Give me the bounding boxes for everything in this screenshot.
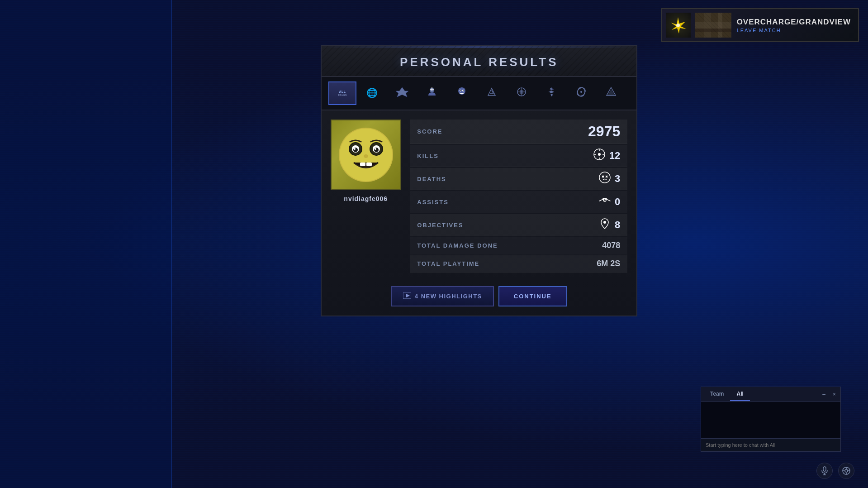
content-area: nvidiagfe006 SCORE 2975 KILLS (322, 110, 636, 282)
match-title: OVERCHARGE/GRANDVIEW (737, 18, 851, 27)
avatar-face-svg (337, 125, 395, 184)
stat-value-deaths: 3 (598, 172, 620, 186)
continue-label: CONTINUE (514, 293, 552, 300)
stat-label-deaths: DEATHS (417, 176, 446, 182)
match-widget[interactable]: OVERCHARGE/GRANDVIEW LEAVE MATCH (661, 8, 859, 42)
svg-point-41 (375, 148, 376, 150)
stat-label-kills: KILLS (417, 153, 439, 159)
tab-role-2[interactable]: 🌐 (358, 81, 386, 105)
deaths-value: 3 (615, 173, 620, 185)
deaths-icon (598, 172, 611, 186)
svg-rect-62 (823, 467, 826, 471)
left-decoration (0, 0, 172, 488)
stat-row-assists: ASSISTS 0 (410, 191, 627, 213)
panel-header: PERSONAL RESULTS (322, 46, 636, 77)
role-7-icon (516, 86, 527, 100)
role-10-icon (606, 86, 617, 100)
chat-input[interactable] (701, 438, 840, 451)
role-8-icon (546, 86, 557, 100)
tab-role-9[interactable] (567, 81, 595, 105)
objectives-value: 8 (615, 219, 620, 231)
chat-close-button[interactable]: × (831, 390, 838, 398)
player-name: nvidiagfe006 (344, 195, 388, 202)
player-avatar (331, 120, 401, 190)
svg-rect-42 (360, 163, 365, 166)
tab-role-3[interactable] (388, 81, 416, 105)
role-4-icon (427, 86, 437, 100)
stat-label-assists: ASSISTS (417, 199, 449, 206)
stat-row-damage: TOTAL DAMAGE DONE 4078 (410, 237, 627, 254)
all-roles-icon: ALL ROLES (337, 88, 347, 98)
settings-icon[interactable] (838, 463, 854, 479)
stat-value-score: 2975 (588, 123, 620, 140)
chat-tabs: Team All (704, 388, 750, 401)
svg-point-17 (460, 90, 461, 91)
svg-rect-3 (695, 22, 731, 29)
chat-controls: – × (821, 390, 838, 398)
role-2-icon: 🌐 (366, 87, 378, 98)
svg-point-46 (598, 153, 601, 156)
svg-text:ALL: ALL (339, 90, 346, 93)
stat-value-assists: 0 (598, 195, 620, 209)
tab-role-6[interactable] (478, 81, 506, 105)
svg-point-44 (364, 154, 368, 158)
tab-role-7[interactable] (508, 81, 536, 105)
tab-role-5[interactable] (448, 81, 476, 105)
highlights-button[interactable]: 4 NEW HIGHLIGHTS (391, 286, 494, 306)
svg-point-18 (463, 90, 464, 91)
kills-value: 12 (609, 150, 620, 162)
player-card: nvidiagfe006 (331, 120, 401, 273)
stat-value-objectives: 8 (598, 218, 620, 232)
stat-row-kills: KILLS 12 (410, 145, 627, 167)
objectives-icon (598, 218, 611, 232)
chat-body (701, 402, 840, 438)
tab-all-roles[interactable]: ALL ROLES (328, 81, 356, 105)
stat-row-playtime: TOTAL PLAYTIME 6M 2S (410, 255, 627, 273)
stat-label-objectives: OBJECTIVES (417, 222, 463, 229)
svg-marker-61 (406, 294, 410, 297)
svg-point-59 (603, 221, 606, 224)
stat-value-kills: 12 (593, 148, 620, 163)
microphone-icon[interactable] (816, 463, 833, 479)
svg-point-1 (676, 24, 680, 27)
match-icon (666, 13, 691, 38)
svg-point-66 (845, 469, 848, 472)
svg-rect-5 (718, 13, 722, 38)
chat-minimize-button[interactable]: – (821, 390, 827, 398)
stat-value-damage: 4078 (602, 241, 620, 250)
svg-rect-19 (461, 93, 463, 94)
stat-row-score: SCORE 2975 (410, 120, 627, 144)
panel-title: PERSONAL RESULTS (335, 55, 623, 69)
highlights-label: 4 NEW HIGHLIGHTS (415, 293, 482, 300)
stat-row-deaths: DEATHS (410, 168, 627, 190)
role-6-icon (486, 86, 497, 100)
svg-text:ROLES: ROLES (338, 94, 347, 96)
assists-value: 0 (615, 196, 620, 208)
role-3-icon (396, 86, 408, 100)
svg-point-29 (580, 91, 582, 93)
svg-point-39 (374, 148, 379, 152)
stat-label-damage: TOTAL DAMAGE DONE (417, 242, 498, 249)
svg-point-40 (354, 148, 356, 150)
chat-tab-team[interactable]: Team (704, 388, 730, 401)
svg-rect-6 (695, 29, 731, 32)
bottom-buttons: 4 NEW HIGHLIGHTS CONTINUE (322, 282, 636, 316)
highlights-icon (403, 292, 411, 300)
svg-rect-4 (704, 13, 711, 38)
stat-value-playtime: 6M 2S (597, 259, 620, 268)
match-info: OVERCHARGE/GRANDVIEW LEAVE MATCH (737, 18, 851, 33)
svg-point-51 (599, 172, 610, 183)
tab-role-4[interactable] (418, 81, 446, 105)
chat-panel: Team All – × (701, 387, 841, 452)
svg-point-38 (353, 148, 358, 152)
tab-role-8[interactable] (537, 81, 565, 105)
match-subtitle: LEAVE MATCH (737, 28, 851, 33)
chat-tab-all[interactable]: All (730, 388, 749, 401)
svg-rect-43 (366, 163, 372, 166)
tab-role-10[interactable] (597, 81, 625, 105)
role-tabs-container: ALL ROLES 🌐 (322, 77, 636, 110)
stat-row-objectives: OBJECTIVES 8 (410, 214, 627, 236)
chat-header: Team All – × (701, 387, 840, 402)
continue-button[interactable]: CONTINUE (498, 286, 567, 306)
stat-label-playtime: TOTAL PLAYTIME (417, 260, 479, 267)
